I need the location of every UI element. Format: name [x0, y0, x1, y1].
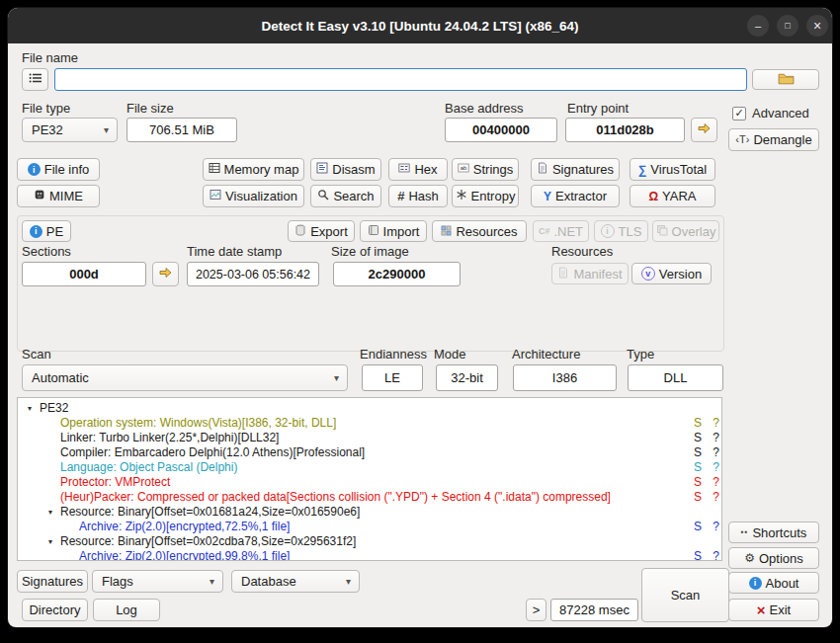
yara-button[interactable]: Ω YARA [630, 185, 715, 207]
file-info-button[interactable]: i File info [17, 158, 100, 181]
time-date-stamp-field[interactable]: 2025-03-06 05:56:42 [187, 262, 319, 286]
info-link[interactable]: ? [710, 475, 722, 490]
file-name-input[interactable] [54, 68, 747, 91]
search-label: Search [333, 189, 374, 203]
signatures-button[interactable]: Signatures [531, 158, 620, 181]
export-button[interactable]: Export [288, 220, 355, 242]
minimize-button[interactable]: – [747, 15, 769, 37]
search-button[interactable]: Search [310, 185, 381, 207]
entry-point-goto-button[interactable] [691, 118, 717, 142]
scan-result-row[interactable]: ▾Resource: Binary[Offset=0x02cdba78,Size… [18, 534, 721, 549]
scan-result-row[interactable]: Archive: Zip(2.0)[encrypted,99.8%,1 file… [18, 549, 721, 561]
database-select[interactable]: Database ▾ [231, 570, 360, 593]
virustotal-button[interactable]: ∑ VirusTotal [630, 158, 715, 181]
pe-button[interactable]: i PE [22, 220, 71, 242]
signature-link[interactable]: S [690, 431, 706, 445]
shortcuts-button[interactable]: ▪▪ Shortcuts [728, 522, 819, 543]
hex-button[interactable]: Hex [388, 158, 448, 181]
signature-link[interactable]: S [690, 416, 706, 431]
tree-expander-icon[interactable]: ▾ [28, 401, 32, 416]
architecture-field[interactable]: I386 [513, 364, 617, 391]
expand-button[interactable]: > [526, 599, 546, 621]
scan-button[interactable]: Scan [641, 568, 729, 622]
log-label: Log [116, 603, 137, 617]
mime-button[interactable]: MIME [17, 185, 100, 207]
tree-expander-icon[interactable]: ▾ [48, 534, 52, 549]
disasm-button[interactable]: Disasm [310, 158, 381, 181]
scan-result-row[interactable]: (Heur)Packer: Compressed or packed data[… [18, 490, 721, 505]
info-link[interactable]: ? [710, 445, 722, 460]
entropy-button[interactable]: Entropy [452, 185, 519, 207]
signature-link[interactable]: S [690, 490, 706, 505]
close-button[interactable]: × [806, 15, 828, 37]
info-link[interactable]: ? [710, 490, 722, 505]
about-button[interactable]: i About [728, 572, 819, 594]
desktop: { "window_title": "Detect It Easy v3.10 … [0, 0, 840, 643]
scan-label: Scan [22, 347, 51, 362]
memory-map-icon [209, 162, 220, 177]
scan-method-select[interactable]: Automatic ▾ [22, 364, 348, 391]
info-link[interactable]: ? [710, 460, 722, 475]
tree-expander-icon[interactable]: ▾ [48, 505, 52, 520]
options-button[interactable]: ⚙ Options [728, 547, 819, 569]
file-size-field[interactable]: 706.51 MiB [126, 118, 237, 142]
maximize-icon: □ [785, 22, 790, 31]
version-button[interactable]: v Version [631, 263, 712, 284]
file-size-value: 706.51 MiB [149, 122, 214, 137]
advanced-checkbox[interactable]: ✓ Advanced [732, 106, 809, 121]
hash-button[interactable]: # Hash [388, 185, 448, 207]
scan-result-row[interactable]: Protector: VMProtectS? [18, 475, 721, 490]
search-icon [317, 189, 329, 203]
visualization-button[interactable]: Visualization [203, 185, 304, 207]
signature-link[interactable]: S [690, 460, 706, 475]
chevron-down-icon: ▾ [334, 372, 339, 383]
log-button[interactable]: Log [93, 599, 160, 621]
signature-link[interactable]: S [690, 520, 706, 534]
resources-group-label: Resources [551, 244, 613, 259]
extractor-label: Extractor [555, 189, 607, 203]
signature-link[interactable]: S [690, 445, 706, 460]
maximize-button[interactable]: □ [777, 15, 798, 37]
scan-result-row[interactable]: Compiler: Embarcadero Delphi(12.0 Athens… [18, 445, 721, 460]
entry-point-field[interactable]: 011d028b [565, 118, 685, 142]
extractor-button[interactable]: Y Extractor [531, 185, 620, 207]
base-address-label: Base address [445, 101, 524, 116]
exit-button[interactable]: × Exit [728, 599, 819, 621]
signatures-db-button[interactable]: Signatures [17, 570, 88, 593]
demangle-button[interactable]: ‹T› Demangle [728, 128, 819, 151]
scan-result-row[interactable]: ▾PE32 [18, 401, 721, 416]
file-type-select[interactable]: PE32 ▾ [22, 118, 118, 142]
scan-result-row[interactable]: ▾Resource: Binary[Offset=0x01681a24,Size… [18, 505, 721, 520]
base-address-field[interactable]: 00400000 [445, 118, 557, 142]
scan-result-row[interactable]: Linker: Turbo Linker(2.25*,Delphi)[DLL32… [18, 431, 721, 445]
sections-goto-button[interactable] [152, 262, 179, 286]
dotnet-label: .NET [553, 224, 583, 239]
signature-link[interactable]: S [690, 549, 706, 561]
scan-result-row[interactable]: Operation system: Windows(Vista)[I386, 3… [18, 416, 721, 431]
import-button[interactable]: Import [360, 220, 427, 242]
directory-button[interactable]: Directory [22, 599, 88, 621]
info-link[interactable]: ? [710, 416, 722, 431]
open-file-button[interactable] [752, 69, 819, 90]
scan-results[interactable]: ▾PE32Operation system: Windows(Vista)[I3… [17, 397, 722, 561]
signature-link[interactable]: S [690, 475, 706, 490]
info-link[interactable]: ? [710, 520, 722, 534]
scan-result-row[interactable]: Language: Object Pascal (Delphi)S? [18, 460, 721, 475]
type-field[interactable]: DLL [628, 364, 723, 391]
mode-field[interactable]: 32-bit [436, 364, 498, 391]
csharp-icon: C# [539, 227, 550, 236]
export-icon [294, 224, 306, 239]
about-label: About [766, 576, 799, 591]
memory-map-button[interactable]: Memory map [203, 158, 304, 181]
endianness-field[interactable]: LE [362, 364, 423, 391]
size-of-image-field[interactable]: 2c290000 [333, 262, 461, 286]
strings-button[interactable]: ab Strings [452, 158, 519, 181]
scan-result-row[interactable]: Archive: Zip(2.0)[encrypted,72.5%,1 file… [18, 520, 721, 534]
flags-select[interactable]: Flags ▾ [92, 570, 223, 593]
recent-files-button[interactable] [22, 68, 48, 91]
chevron-down-icon: ▾ [346, 576, 351, 587]
resources-button[interactable]: Resources [432, 220, 527, 242]
info-link[interactable]: ? [710, 549, 722, 561]
info-link[interactable]: ? [710, 431, 722, 445]
sections-field[interactable]: 000d [22, 262, 146, 286]
